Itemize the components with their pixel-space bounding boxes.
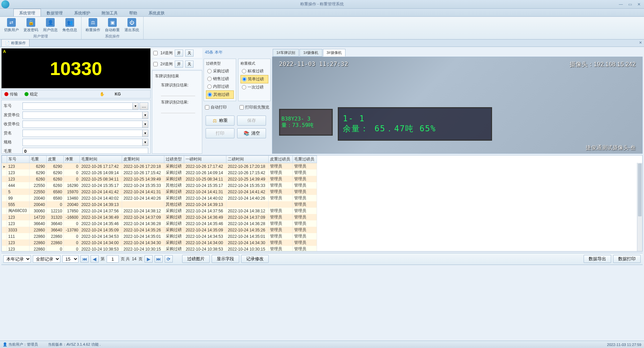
export-button[interactable]: 数据导出 xyxy=(584,255,611,263)
first-page[interactable]: ⏮ xyxy=(80,255,89,263)
vehicle-dropdown[interactable]: ▼ xyxy=(132,102,139,110)
spec-input[interactable] xyxy=(22,139,143,146)
pagination-bar: 本年记录 全部记录 15 ⏮ ◀ 第 页 共 14 页 ▶ ⏭ ⟳ 过磅图片 显… xyxy=(1,253,643,265)
weigh-type-internal[interactable]: 内部过磅 xyxy=(206,83,234,90)
table-row[interactable]: 123366403664002022-10-24 14:35:462022-10… xyxy=(2,220,317,227)
grid-scrollbar[interactable] xyxy=(637,163,642,251)
table-row[interactable]: 99200406580134602022-10-24 14:40:022022-… xyxy=(2,195,317,201)
maximize-button[interactable]: ▭ xyxy=(627,1,633,7)
sender-dropdown[interactable]: ▼ xyxy=(142,112,148,119)
col-header[interactable]: 毛重时间 xyxy=(80,156,122,163)
col-header[interactable]: 毛重 xyxy=(29,156,46,163)
table-row[interactable]: 5225506580159702022-10-24 14:41:422022-1… xyxy=(2,189,317,195)
minimize-button[interactable]: — xyxy=(618,1,624,7)
camera-tab-1[interactable]: 1#摄像机 xyxy=(300,49,322,57)
weigh-button[interactable]: ⚖称重 xyxy=(206,116,234,126)
col-header[interactable]: 车号 xyxy=(7,156,29,163)
ribbon-auto-weigh[interactable]: ▣自动称重 xyxy=(103,17,122,33)
preview-check[interactable] xyxy=(239,105,244,110)
status-filter[interactable]: 全部记录 xyxy=(33,255,60,263)
menu-maint[interactable]: 系统维护 xyxy=(68,9,96,16)
weigh-type-sale[interactable]: 销售过磅 xyxy=(206,75,234,83)
menu-skin[interactable]: 系统皮肤 xyxy=(143,9,170,16)
table-row[interactable]: 123228602286002022-10-24 14:34:002022-10… xyxy=(2,239,317,246)
weigh-mode-simple[interactable]: 简单过磅 xyxy=(240,75,268,83)
next-page[interactable]: ▶ xyxy=(145,255,153,263)
vehicle-more[interactable]: … xyxy=(140,102,148,110)
ribbon-weigh-op[interactable]: ⚖称重操作 xyxy=(84,17,102,33)
ribbon-group-system: 系统操作 xyxy=(84,33,141,40)
page-size[interactable]: 15 xyxy=(62,255,78,263)
col-header[interactable]: 一磅时间 xyxy=(184,156,226,163)
col-header[interactable]: 皮重时间 xyxy=(122,156,164,163)
col-header[interactable]: 过磅类型 xyxy=(164,156,184,163)
col-header[interactable]: 二磅时间 xyxy=(226,156,269,163)
clear-button[interactable]: 📚清空 xyxy=(237,128,266,138)
show-fields-button[interactable]: 显示字段 xyxy=(212,255,239,263)
gate1-open[interactable]: 开 xyxy=(175,50,183,57)
gate1-close[interactable]: 关 xyxy=(185,50,194,57)
weigh-mode-once[interactable]: 一次过磅 xyxy=(240,83,268,91)
page-input[interactable] xyxy=(107,255,119,263)
spec-dropdown[interactable]: ▼ xyxy=(142,139,148,146)
tabs-close-button[interactable]: ✕ xyxy=(639,41,642,45)
sender-input[interactable] xyxy=(22,112,143,119)
menu-help[interactable]: 帮助 xyxy=(123,9,143,16)
camera-source-label: 捷俊通测试摄像头-叁 xyxy=(586,144,636,151)
menu-system[interactable]: 系统管理 xyxy=(13,9,41,16)
goods-input[interactable] xyxy=(22,130,143,137)
table-row[interactable]: 555200400200402022-10-24 14:39:13其他过磅202… xyxy=(2,201,317,208)
gate2-open[interactable]: 开 xyxy=(175,61,183,68)
table-row[interactable]: 闽A68C033006012210178502022-10-24 14:37:5… xyxy=(2,208,317,214)
table-row[interactable]: 1231472031320-166002022-10-24 14:36:4920… xyxy=(2,214,317,220)
vehicle-input[interactable] xyxy=(22,102,133,110)
gate1-check[interactable] xyxy=(153,51,158,55)
gross-input[interactable] xyxy=(22,148,148,154)
table-row[interactable]: 1236290629002022-10-26 14:09:142022-10-2… xyxy=(2,169,317,176)
save-button[interactable]: 保存 xyxy=(237,116,266,126)
print-button[interactable]: 打印 xyxy=(206,128,234,138)
col-header[interactable]: 皮重过磅员 xyxy=(268,156,292,163)
weigh-mode-standard[interactable]: 标准过磅 xyxy=(240,67,268,75)
refresh-button[interactable]: ⟳ xyxy=(165,255,173,263)
year-filter[interactable]: 本年记录 xyxy=(3,255,31,263)
table-row[interactable]: 33332286036640-137802022-10-24 14:35:092… xyxy=(2,227,317,233)
camera-tab-2[interactable]: 3#摄像机 xyxy=(323,49,345,57)
auto-print-check[interactable] xyxy=(205,105,209,110)
weigh-type-purchase[interactable]: 采购过磅 xyxy=(206,67,234,75)
status-datetime: 2022-11-03 11:27:59 xyxy=(607,343,641,347)
ribbon-exit[interactable]: ⏻退出系统 xyxy=(122,17,141,33)
table-row[interactable]: 12322860002022-10-24 10:38:532022-10-24 … xyxy=(2,246,317,252)
edit-record-button[interactable]: 记录修改 xyxy=(241,255,269,263)
col-header[interactable]: 皮重 xyxy=(46,156,63,163)
gate2-check[interactable] xyxy=(153,62,158,66)
ribbon-switch-user[interactable]: ⇄切换用户 xyxy=(2,17,21,33)
weight-value: 10330 xyxy=(2,49,150,88)
tab-weigh-op[interactable]: 📄称重操作 xyxy=(1,39,30,47)
prev-page[interactable]: ◀ xyxy=(91,255,99,263)
print-data-button[interactable]: 数据打印 xyxy=(613,255,641,263)
camera-tab-0[interactable]: 1#车牌识别 xyxy=(273,49,299,57)
records-grid[interactable]: 车号毛重皮重净重毛重时间皮重时间过磅类型一磅时间二磅时间皮重过磅员毛重过磅员 ▸… xyxy=(1,155,643,252)
menu-tools[interactable]: 附加工具 xyxy=(96,9,123,16)
last-page[interactable]: ⏭ xyxy=(155,255,163,263)
gate2-close[interactable]: 关 xyxy=(185,61,194,68)
menu-data[interactable]: 数据管理 xyxy=(41,9,68,16)
receiver-dropdown[interactable]: ▼ xyxy=(142,121,148,128)
table-row[interactable]: ▸1236290629002022-10-26 17:17:422022-10-… xyxy=(2,163,317,170)
ribbon-change-pw[interactable]: 🔒更改密码 xyxy=(21,17,40,33)
ribbon-role-info[interactable]: 👥角色信息 xyxy=(60,17,79,33)
receiver-input[interactable] xyxy=(22,121,143,128)
col-header[interactable]: 毛重过磅员 xyxy=(292,156,317,163)
table-row[interactable]: 1236260626002022-10-25 08:34:112022-10-2… xyxy=(2,176,317,182)
role-icon: 👥 xyxy=(65,18,74,27)
close-button[interactable]: ✕ xyxy=(636,1,642,7)
goods-dropdown[interactable]: ▼ xyxy=(142,130,148,137)
col-header[interactable]: 净重 xyxy=(64,156,80,163)
ribbon-user-info[interactable]: 👤用户信息 xyxy=(41,17,60,33)
weight-unit: KG xyxy=(115,92,121,96)
weigh-pics-button[interactable]: 过磅图片 xyxy=(182,255,210,263)
weigh-type-other[interactable]: 其他过磅 xyxy=(206,90,234,99)
table-row[interactable]: 444225506260162902022-10-24 15:35:172022… xyxy=(2,182,317,189)
table-row[interactable]: 111228602286002022-10-24 14:34:532022-10… xyxy=(2,233,317,239)
